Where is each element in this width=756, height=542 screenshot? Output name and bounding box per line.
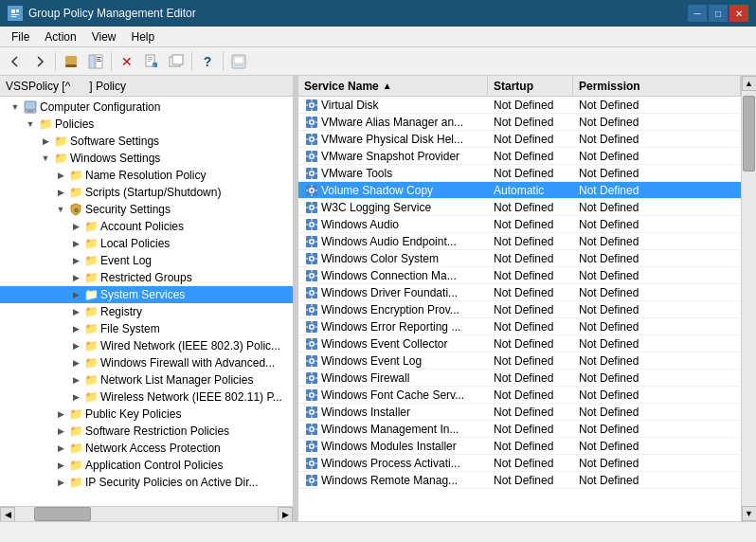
- expander-event-log: ▶: [68, 253, 83, 268]
- node-label-software-restriction: Software Restriction Policies: [85, 425, 229, 438]
- tree-node-network-access[interactable]: ▶ 📁 Network Access Protection: [0, 440, 293, 457]
- new-window-button[interactable]: [165, 50, 188, 73]
- svg-rect-44: [312, 134, 313, 136]
- service-row[interactable]: Windows Driver Foundati... Not Defined N…: [298, 284, 741, 301]
- svg-point-148: [311, 393, 314, 396]
- forward-button[interactable]: [28, 50, 51, 73]
- svg-point-183: [311, 479, 314, 481]
- export-button[interactable]: [227, 50, 250, 73]
- service-name-cell: VMware Tools: [298, 165, 488, 182]
- right-scroll-thumb[interactable]: [743, 96, 755, 172]
- service-row[interactable]: Windows Modules Installer Not Defined No…: [298, 438, 741, 455]
- tree-node-event-log[interactable]: ▶ 📁 Event Log: [0, 252, 293, 269]
- service-row[interactable]: Windows Color System Not Defined Not Def…: [298, 250, 741, 267]
- service-row[interactable]: Volume Shadow Copy Automatic Not Defined: [298, 182, 741, 199]
- svg-rect-31: [312, 109, 313, 111]
- service-row[interactable]: Windows Audio Endpoint... Not Defined No…: [298, 233, 741, 250]
- node-label-wireless-network: Wireless Network (IEEE 802.11) P...: [100, 390, 282, 404]
- delete-button[interactable]: ✕: [116, 50, 138, 73]
- right-vertical-scrollbar[interactable]: ▲ ▼: [741, 76, 756, 521]
- tree-node-app-control[interactable]: ▶ 📁 Application Control Policies: [0, 457, 293, 474]
- show-hide-button[interactable]: [84, 50, 107, 73]
- tree-node-wireless-network[interactable]: ▶ 📁 Wireless Network (IEEE 802.11) P...: [0, 388, 293, 406]
- right-scroll-down[interactable]: ▼: [742, 506, 757, 521]
- service-name-text: Windows Connection Ma...: [321, 269, 457, 282]
- col-header-service-name[interactable]: Service Name ▲: [298, 76, 488, 97]
- service-row[interactable]: Windows Connection Ma... Not Defined Not…: [298, 267, 741, 284]
- tree-area[interactable]: ▼ Computer Configuration ▼ 📁 Policies ▶ …: [0, 97, 293, 506]
- svg-point-29: [311, 103, 314, 106]
- tree-node-scripts[interactable]: ▶ 📁 Scripts (Startup/Shutdown): [0, 184, 293, 201]
- toolbar-separator-4: [223, 52, 224, 71]
- service-row[interactable]: Windows Audio Not Defined Not Defined: [298, 216, 741, 233]
- service-row[interactable]: Windows Encryption Prov... Not Defined N…: [298, 301, 741, 318]
- svg-rect-23: [25, 101, 36, 110]
- tree-node-registry[interactable]: ▶ 📁 Registry: [0, 303, 293, 320]
- expander-security-settings: ▼: [53, 202, 68, 217]
- service-startup-cell: Not Defined: [488, 455, 573, 472]
- service-row[interactable]: Windows Firewall Not Defined Not Defined: [298, 370, 741, 387]
- svg-point-43: [311, 137, 314, 140]
- tree-node-policies[interactable]: ▼ 📁 Policies: [0, 116, 293, 133]
- h-scroll-left[interactable]: ◀: [0, 507, 15, 522]
- service-row[interactable]: Windows Event Log Not Defined Not Define…: [298, 352, 741, 370]
- service-row[interactable]: VMware Alias Manager an... Not Defined N…: [298, 114, 741, 131]
- service-icon: [304, 268, 319, 283]
- tree-node-computer-config[interactable]: ▼ Computer Configuration: [0, 99, 293, 116]
- h-scroll-right[interactable]: ▶: [278, 507, 293, 522]
- service-row[interactable]: Windows Font Cache Serv... Not Defined N…: [298, 387, 741, 404]
- up-button[interactable]: [60, 50, 82, 73]
- svg-point-99: [311, 274, 314, 277]
- col-header-permission[interactable]: Permission: [573, 76, 741, 97]
- right-scroll-track[interactable]: [742, 91, 756, 506]
- tree-node-restricted-groups[interactable]: ▶ 📁 Restricted Groups: [0, 269, 293, 286]
- tree-node-local-policies[interactable]: ▶ 📁 Local Policies: [0, 235, 293, 252]
- back-button[interactable]: [4, 50, 27, 73]
- service-row[interactable]: Virtual Disk Not Defined Not Defined: [298, 97, 741, 114]
- service-name-text: Windows Event Log: [321, 354, 422, 368]
- tree-node-account-policies[interactable]: ▶ 📁 Account Policies: [0, 218, 293, 235]
- service-row[interactable]: W3C Logging Service Not Defined Not Defi…: [298, 199, 741, 216]
- svg-rect-66: [312, 194, 313, 196]
- svg-rect-164: [312, 433, 313, 435]
- right-scroll-up[interactable]: ▲: [742, 76, 757, 91]
- service-row[interactable]: Windows Installer Not Defined Not Define…: [298, 404, 741, 421]
- svg-rect-60: [306, 172, 308, 173]
- service-name-cell: Virtual Disk: [298, 97, 488, 114]
- help-button[interactable]: ?: [196, 50, 219, 73]
- menu-view[interactable]: View: [84, 28, 124, 45]
- tree-node-public-key[interactable]: ▶ 📁 Public Key Policies: [0, 406, 293, 423]
- service-row[interactable]: Windows Management In... Not Defined Not…: [298, 421, 741, 438]
- properties-button[interactable]: i: [140, 50, 163, 73]
- service-row[interactable]: VMware Physical Disk Hel... Not Defined …: [298, 131, 741, 148]
- service-row[interactable]: Windows Error Reporting ... Not Defined …: [298, 318, 741, 335]
- tree-node-windows-firewall[interactable]: ▶ 📁 Windows Firewall with Advanced...: [0, 354, 293, 371]
- service-row[interactable]: Windows Event Collector Not Defined Not …: [298, 335, 741, 352]
- tree-node-network-list[interactable]: ▶ 📁 Network List Manager Policies: [0, 371, 293, 388]
- service-row[interactable]: Windows Remote Manag... Not Defined Not …: [298, 472, 741, 489]
- tree-node-software-settings[interactable]: ▶ 📁 Software Settings: [0, 133, 293, 150]
- menu-file[interactable]: File: [4, 28, 37, 45]
- tree-node-ip-security[interactable]: ▶ 📁 IP Security Policies on Active Dir..…: [0, 474, 293, 491]
- minimize-button[interactable]: ─: [688, 5, 707, 22]
- h-scroll-track[interactable]: [15, 507, 278, 521]
- col-header-startup[interactable]: Startup: [488, 76, 573, 97]
- close-button[interactable]: ✕: [729, 5, 748, 22]
- service-row[interactable]: VMware Tools Not Defined Not Defined: [298, 165, 741, 182]
- service-row[interactable]: VMware Snapshot Provider Not Defined Not…: [298, 148, 741, 165]
- menu-action[interactable]: Action: [37, 28, 83, 45]
- node-label-file-system: File System: [100, 322, 160, 335]
- menu-help[interactable]: Help: [124, 28, 163, 45]
- service-list[interactable]: Virtual Disk Not Defined Not Defined VMw…: [298, 97, 741, 521]
- restore-button[interactable]: □: [709, 5, 728, 22]
- tree-node-name-resolution[interactable]: ▶ 📁 Name Resolution Policy: [0, 167, 293, 184]
- tree-node-system-services[interactable]: ▶ 📁 System Services: [0, 286, 293, 303]
- tree-node-security-settings[interactable]: ▼ ⚙ Security Settings: [0, 201, 293, 218]
- service-row[interactable]: Windows Process Activati... Not Defined …: [298, 455, 741, 472]
- svg-rect-1: [11, 9, 15, 13]
- tree-node-file-system[interactable]: ▶ 📁 File System: [0, 320, 293, 337]
- tree-node-software-restriction[interactable]: ▶ 📁 Software Restriction Policies: [0, 423, 293, 440]
- tree-node-windows-settings[interactable]: ▼ 📁 Windows Settings: [0, 150, 293, 167]
- tree-node-wired-network[interactable]: ▶ 📁 Wired Network (IEEE 802.3) Polic...: [0, 337, 293, 354]
- tree-horizontal-scrollbar[interactable]: ◀ ▶: [0, 506, 293, 521]
